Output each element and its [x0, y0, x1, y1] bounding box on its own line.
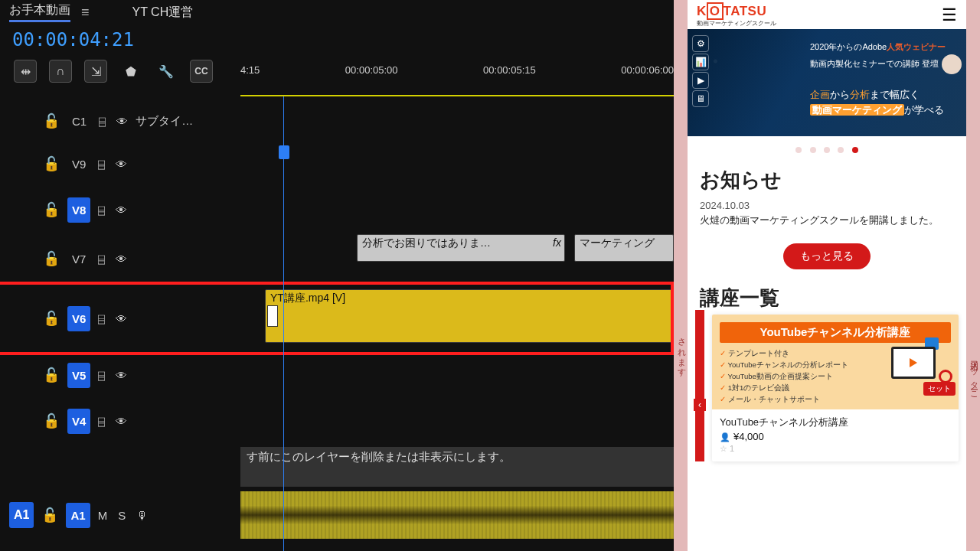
eye-icon[interactable]: 👁 — [116, 204, 127, 217]
eye-icon[interactable]: 👁 — [116, 312, 127, 325]
ruler-tick-3: 00:00:06:00 — [621, 64, 674, 76]
caption-track-id[interactable]: C1 — [67, 112, 91, 131]
src-patch-a1[interactable]: A1 — [9, 502, 34, 528]
hamburger-menu-icon[interactable]: ☰ — [942, 5, 957, 25]
news-body[interactable]: 火燵の動画マーケティングスクールを開講しました。 — [688, 211, 966, 230]
course-bullet: メール・チャットサポート — [720, 393, 951, 405]
tracks-area: 🔓 C1 ⌸👁 サブタイ… 🔓 V9 ⌸👁 🔓 V8 — [0, 99, 674, 551]
course-mockup: セット — [885, 342, 946, 388]
frame-edge-left: されます — [674, 0, 688, 551]
course-carousel: ‹ YouTubeチャンネル分析講座 テンプレート付き YouTubeチャンネル… — [695, 315, 959, 462]
clip-v6[interactable]: YT講座.mp4 [V] — [265, 289, 672, 343]
hero-4post: が学べる — [904, 104, 944, 116]
lock-icon[interactable]: 🔓 — [43, 201, 60, 218]
lock-icon[interactable]: 🔓 — [43, 250, 60, 267]
carousel-dots[interactable] — [688, 142, 966, 156]
sync-lock-icon[interactable]: ⌸ — [98, 158, 105, 171]
track-v6: 🔓 V6 ⌸👁 YT講座.mp4 [V] — [0, 283, 674, 354]
eye-icon[interactable]: 👁 — [116, 253, 127, 266]
course-price: 👤¥4,000 — [712, 431, 959, 442]
lock-icon[interactable]: 🔓 — [43, 310, 60, 327]
sync-lock-icon[interactable]: ⌸ — [99, 115, 106, 128]
fx-badge: fx — [553, 236, 561, 249]
course-name[interactable]: YouTubeチャンネル分析講座 — [712, 409, 959, 431]
course-card[interactable]: YouTubeチャンネル分析講座 テンプレート付き YouTubeチャンネルの分… — [712, 315, 959, 462]
hero-banner[interactable]: ⚙ 📊 ▶ 🖥 2020年からのAdobe人気ウェビナー 動画内製化セミナーでの… — [688, 29, 966, 136]
lock-icon[interactable]: 🔓 — [43, 367, 60, 383]
track-id-v4[interactable]: V4 — [67, 409, 90, 434]
ruler-tick-1: 00:00:05:00 — [345, 64, 398, 76]
carousel-prev-icon[interactable]: ‹ — [694, 399, 706, 411]
sync-lock-icon[interactable]: ⌸ — [98, 204, 105, 217]
eye-icon[interactable]: 👁 — [116, 115, 128, 128]
clip-v7-b[interactable]: マーケティング — [574, 234, 674, 262]
linked-selection-icon[interactable]: ⇲ — [84, 60, 107, 83]
eye-icon[interactable]: 👁 — [116, 369, 127, 382]
target-icon — [939, 370, 952, 383]
playhead-line[interactable] — [283, 96, 284, 551]
current-timecode[interactable]: 00:00:04:21 — [0, 24, 674, 55]
solo-toggle[interactable]: S — [118, 509, 126, 522]
track-id-a1[interactable]: A1 — [66, 503, 90, 528]
carousel-peek-left — [695, 310, 704, 462]
hero-icon-chart: 📊 — [692, 54, 709, 70]
sequence-name[interactable]: お手本動画 — [9, 2, 70, 22]
track-id-v7[interactable]: V7 — [67, 249, 90, 269]
carousel-dot[interactable] — [838, 147, 844, 153]
eye-icon[interactable]: 👁 — [116, 158, 127, 171]
insert-tool-icon[interactable]: ⇹ — [14, 60, 37, 83]
cc-toggle[interactable]: CC — [190, 60, 213, 83]
more-button[interactable]: もっと見る — [783, 243, 871, 269]
panel-menu-icon[interactable]: ≡ — [81, 5, 90, 21]
news-date: 2024.10.03 — [688, 197, 966, 211]
sync-lock-icon[interactable]: ⌸ — [98, 369, 105, 382]
carousel-dot[interactable] — [795, 147, 802, 153]
person-icon: 👤 — [720, 432, 730, 442]
marker-icon[interactable]: ⬟ — [119, 60, 142, 83]
site-logo[interactable]: KOTATSU 動画マーケティングスクール — [697, 4, 776, 28]
track-id-v9[interactable]: V9 — [67, 155, 90, 174]
ruler-tick-0: 4:15 — [240, 64, 260, 76]
clip-thumb — [267, 305, 278, 327]
caption-track: 🔓 C1 ⌸👁 サブタイ… — [0, 99, 674, 142]
site-header: KOTATSU 動画マーケティングスクール ☰ — [688, 0, 966, 28]
sync-lock-icon[interactable]: ⌸ — [98, 312, 105, 325]
clip-v7-a[interactable]: 分析でお困りではありま… fx — [357, 234, 565, 262]
sync-lock-icon[interactable]: ⌸ — [98, 415, 105, 428]
instruction-clip[interactable]: す前にこのレイヤーを削除または非表示にします。 — [240, 447, 674, 487]
wrench-icon[interactable]: 🔧 — [155, 60, 178, 83]
track-v4: 🔓 V4 ⌸👁 — [0, 396, 674, 445]
lock-icon[interactable]: 🔓 — [43, 155, 60, 172]
timeline-ruler[interactable]: 4:15 00:00:05:00 00:00:05:15 00:00:06:00 — [240, 64, 674, 96]
ruler-tick-2: 00:00:05:15 — [483, 64, 536, 76]
carousel-dot-active[interactable] — [852, 147, 858, 153]
track-v8: 🔓 V8 ⌸👁 — [0, 185, 674, 234]
track-id-v6[interactable]: V6 — [67, 306, 90, 331]
sequence-header: お手本動画 ≡ YT CH運営 — [0, 0, 674, 24]
courses-heading: 講座一覧 — [688, 280, 966, 315]
play-icon — [910, 358, 917, 367]
course-rating: ☆ 1 — [712, 442, 959, 461]
lock-icon[interactable]: 🔓 — [41, 507, 58, 523]
sync-lock-icon[interactable]: ⌸ — [98, 253, 105, 266]
speaker-avatar — [942, 54, 962, 74]
hero-line2: 動画内製化セミナーでの講師 登壇 — [810, 59, 939, 68]
hero-line1-pre: 2020年からのAdobe — [810, 42, 887, 51]
audio-clip-a1[interactable] — [240, 491, 674, 539]
carousel-dot[interactable] — [824, 147, 830, 153]
snap-magnet-icon[interactable]: ∩ — [49, 60, 72, 83]
clip-label: YT講座.mp4 [V] — [270, 292, 345, 304]
logo-subtext: 動画マーケティングスクール — [697, 19, 776, 28]
lock-icon[interactable]: 🔓 — [43, 412, 60, 429]
mute-toggle[interactable]: M — [98, 509, 108, 522]
lock-icon[interactable]: 🔓 — [43, 112, 60, 129]
eye-icon[interactable]: 👁 — [116, 415, 127, 428]
price-value: ¥4,000 — [733, 431, 764, 442]
instruction-row: す前にこのレイヤーを削除または非表示にします。 — [0, 445, 674, 488]
hero-3c: 分析 — [850, 89, 870, 100]
track-id-v8[interactable]: V8 — [67, 197, 90, 223]
track-id-v5[interactable]: V5 — [67, 363, 90, 388]
voiceover-mic-icon[interactable]: 🎙 — [136, 509, 148, 522]
bin-name[interactable]: YT CH運営 — [132, 5, 194, 21]
carousel-dot[interactable] — [810, 147, 816, 153]
